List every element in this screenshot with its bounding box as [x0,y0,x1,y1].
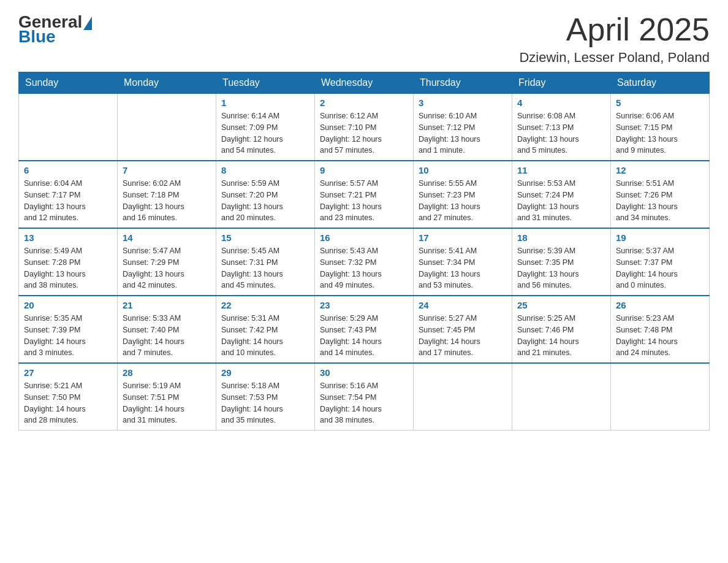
subtitle: Dziewin, Lesser Poland, Poland [519,50,710,66]
day-info: Sunrise: 5:57 AM Sunset: 7:21 PM Dayligh… [320,178,408,224]
day-number: 14 [123,232,211,243]
day-info: Sunrise: 5:45 AM Sunset: 7:31 PM Dayligh… [221,245,309,291]
day-info: Sunrise: 5:27 AM Sunset: 7:45 PM Dayligh… [419,313,507,359]
calendar-cell: 1Sunrise: 6:14 AM Sunset: 7:09 PM Daylig… [216,94,315,161]
calendar-week-row: 27Sunrise: 5:21 AM Sunset: 7:50 PM Dayli… [19,363,710,431]
calendar-cell: 28Sunrise: 5:19 AM Sunset: 7:51 PM Dayli… [118,363,216,431]
day-number: 18 [517,232,605,243]
day-info: Sunrise: 6:06 AM Sunset: 7:15 PM Dayligh… [616,110,704,156]
day-info: Sunrise: 5:37 AM Sunset: 7:37 PM Dayligh… [616,245,704,291]
calendar-cell: 7Sunrise: 6:02 AM Sunset: 7:18 PM Daylig… [118,161,216,228]
day-number: 25 [517,300,605,310]
day-info: Sunrise: 5:18 AM Sunset: 7:53 PM Dayligh… [221,380,309,426]
day-number: 3 [419,98,507,108]
day-number: 22 [221,300,309,310]
day-number: 28 [123,367,211,378]
day-of-week-header: Wednesday [315,72,414,94]
day-number: 30 [320,367,408,378]
calendar-cell: 23Sunrise: 5:29 AM Sunset: 7:43 PM Dayli… [315,296,414,363]
day-number: 29 [221,367,309,378]
day-info: Sunrise: 6:02 AM Sunset: 7:18 PM Dayligh… [123,178,211,224]
day-number: 6 [24,165,112,175]
day-of-week-header: Monday [118,72,216,94]
day-number: 19 [616,232,704,243]
calendar-cell: 8Sunrise: 5:59 AM Sunset: 7:20 PM Daylig… [216,161,315,228]
calendar-cell [414,363,512,431]
day-info: Sunrise: 5:41 AM Sunset: 7:34 PM Dayligh… [419,245,507,291]
page-title: April 2025 [519,12,710,47]
day-number: 21 [123,300,211,310]
day-number: 9 [320,165,408,175]
day-info: Sunrise: 5:19 AM Sunset: 7:51 PM Dayligh… [123,380,211,426]
calendar-cell [19,94,118,161]
page-header: General Blue April 2025 Dziewin, Lesser … [18,12,710,66]
day-number: 26 [616,300,704,310]
calendar-cell: 19Sunrise: 5:37 AM Sunset: 7:37 PM Dayli… [611,228,710,296]
day-info: Sunrise: 5:35 AM Sunset: 7:39 PM Dayligh… [24,313,112,359]
day-info: Sunrise: 6:04 AM Sunset: 7:17 PM Dayligh… [24,178,112,224]
day-number: 16 [320,232,408,243]
calendar-cell: 4Sunrise: 6:08 AM Sunset: 7:13 PM Daylig… [512,94,611,161]
day-info: Sunrise: 5:16 AM Sunset: 7:54 PM Dayligh… [320,380,408,426]
title-area: April 2025 Dziewin, Lesser Poland, Polan… [519,12,710,66]
day-info: Sunrise: 6:12 AM Sunset: 7:10 PM Dayligh… [320,110,408,156]
day-number: 15 [221,232,309,243]
day-number: 12 [616,165,704,175]
calendar-cell: 3Sunrise: 6:10 AM Sunset: 7:12 PM Daylig… [414,94,512,161]
day-number: 11 [517,165,605,175]
day-number: 24 [419,300,507,310]
day-number: 23 [320,300,408,310]
calendar-cell: 17Sunrise: 5:41 AM Sunset: 7:34 PM Dayli… [414,228,512,296]
calendar-cell: 14Sunrise: 5:47 AM Sunset: 7:29 PM Dayli… [118,228,216,296]
calendar-cell: 11Sunrise: 5:53 AM Sunset: 7:24 PM Dayli… [512,161,611,228]
calendar-cell: 30Sunrise: 5:16 AM Sunset: 7:54 PM Dayli… [315,363,414,431]
calendar-cell: 29Sunrise: 5:18 AM Sunset: 7:53 PM Dayli… [216,363,315,431]
logo: General Blue [18,12,93,47]
calendar-cell: 6Sunrise: 6:04 AM Sunset: 7:17 PM Daylig… [19,161,118,228]
calendar-week-row: 6Sunrise: 6:04 AM Sunset: 7:17 PM Daylig… [19,161,710,228]
day-info: Sunrise: 6:10 AM Sunset: 7:12 PM Dayligh… [419,110,507,156]
day-of-week-header: Friday [512,72,611,94]
day-number: 27 [24,367,112,378]
day-info: Sunrise: 5:25 AM Sunset: 7:46 PM Dayligh… [517,313,605,359]
calendar-cell: 25Sunrise: 5:25 AM Sunset: 7:46 PM Dayli… [512,296,611,363]
day-info: Sunrise: 5:29 AM Sunset: 7:43 PM Dayligh… [320,313,408,359]
calendar-cell [611,363,710,431]
calendar-cell: 13Sunrise: 5:49 AM Sunset: 7:28 PM Dayli… [19,228,118,296]
calendar-cell [118,94,216,161]
day-info: Sunrise: 5:23 AM Sunset: 7:48 PM Dayligh… [616,313,704,359]
day-info: Sunrise: 5:21 AM Sunset: 7:50 PM Dayligh… [24,380,112,426]
calendar-cell: 5Sunrise: 6:06 AM Sunset: 7:15 PM Daylig… [611,94,710,161]
calendar-cell: 16Sunrise: 5:43 AM Sunset: 7:32 PM Dayli… [315,228,414,296]
calendar-cell: 27Sunrise: 5:21 AM Sunset: 7:50 PM Dayli… [19,363,118,431]
calendar-cell: 24Sunrise: 5:27 AM Sunset: 7:45 PM Dayli… [414,296,512,363]
day-info: Sunrise: 5:33 AM Sunset: 7:40 PM Dayligh… [123,313,211,359]
day-info: Sunrise: 5:55 AM Sunset: 7:23 PM Dayligh… [419,178,507,224]
day-info: Sunrise: 5:49 AM Sunset: 7:28 PM Dayligh… [24,245,112,291]
day-number: 5 [616,98,704,108]
logo-blue-text: Blue [18,27,56,46]
calendar-cell: 21Sunrise: 5:33 AM Sunset: 7:40 PM Dayli… [118,296,216,363]
calendar-cell: 9Sunrise: 5:57 AM Sunset: 7:21 PM Daylig… [315,161,414,228]
day-info: Sunrise: 5:39 AM Sunset: 7:35 PM Dayligh… [517,245,605,291]
day-number: 4 [517,98,605,108]
calendar-cell [512,363,611,431]
day-of-week-header: Saturday [611,72,710,94]
day-of-week-header: Tuesday [216,72,315,94]
day-number: 2 [320,98,408,108]
calendar-week-row: 13Sunrise: 5:49 AM Sunset: 7:28 PM Dayli… [19,228,710,296]
day-info: Sunrise: 6:14 AM Sunset: 7:09 PM Dayligh… [221,110,309,156]
day-info: Sunrise: 5:31 AM Sunset: 7:42 PM Dayligh… [221,313,309,359]
calendar-header-row: SundayMondayTuesdayWednesdayThursdayFrid… [19,72,710,94]
day-number: 7 [123,165,211,175]
day-of-week-header: Sunday [19,72,118,94]
calendar-cell: 18Sunrise: 5:39 AM Sunset: 7:35 PM Dayli… [512,228,611,296]
day-info: Sunrise: 5:51 AM Sunset: 7:26 PM Dayligh… [616,178,704,224]
calendar-cell: 2Sunrise: 6:12 AM Sunset: 7:10 PM Daylig… [315,94,414,161]
calendar-cell: 15Sunrise: 5:45 AM Sunset: 7:31 PM Dayli… [216,228,315,296]
day-number: 13 [24,232,112,243]
calendar-cell: 12Sunrise: 5:51 AM Sunset: 7:26 PM Dayli… [611,161,710,228]
calendar-cell: 22Sunrise: 5:31 AM Sunset: 7:42 PM Dayli… [216,296,315,363]
day-number: 10 [419,165,507,175]
day-number: 1 [221,98,309,108]
